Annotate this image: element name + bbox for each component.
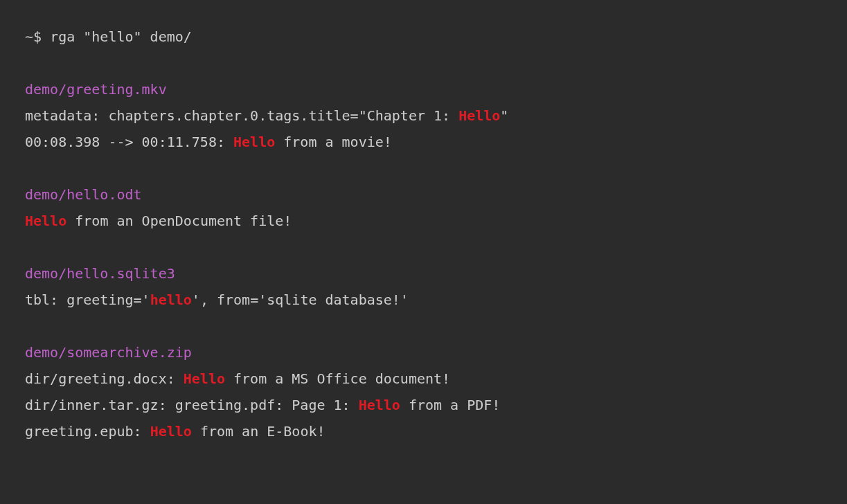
match-highlight: Hello xyxy=(150,423,192,440)
result-line: 00:08.398 --> 00:11.758: Hello from a mo… xyxy=(25,134,392,150)
line-pre: metadata: chapters.chapter.0.tags.title=… xyxy=(25,107,458,124)
result-file-2: demo/hello.sqlite3 xyxy=(25,265,175,282)
result-line: Hello from an OpenDocument file! xyxy=(25,213,292,229)
match-highlight: Hello xyxy=(25,213,66,229)
command-text: rga "hello" demo/ xyxy=(50,28,192,45)
line-post: from a movie! xyxy=(275,134,392,150)
result-line: metadata: chapters.chapter.0.tags.title=… xyxy=(25,107,508,124)
result-file-0: demo/greeting.mkv xyxy=(25,81,167,98)
line-pre: greeting.epub: xyxy=(25,423,150,440)
prompt-symbol: ~$ xyxy=(25,28,50,45)
line-pre: tbl: greeting=' xyxy=(25,291,150,308)
result-line: greeting.epub: Hello from an E-Book! xyxy=(25,423,326,440)
line-post: from a PDF! xyxy=(400,397,501,413)
shell-prompt: ~$ rga "hello" demo/ xyxy=(25,28,192,45)
terminal-output: ~$ rga "hello" demo/ demo/greeting.mkv m… xyxy=(0,0,847,504)
result-line: tbl: greeting='hello', from='sqlite data… xyxy=(25,291,409,308)
line-post: from an OpenDocument file! xyxy=(66,213,292,229)
match-highlight: Hello xyxy=(233,134,275,150)
line-pre: 00:08.398 --> 00:11.758: xyxy=(25,134,233,150)
line-post: " xyxy=(500,107,508,124)
line-pre: dir/inner.tar.gz: greeting.pdf: Page 1: xyxy=(25,397,359,413)
result-file-1: demo/hello.odt xyxy=(25,186,142,203)
match-highlight: Hello xyxy=(184,370,225,387)
line-post: ', from='sqlite database!' xyxy=(192,291,409,308)
blank-line xyxy=(25,234,822,260)
result-file-3: demo/somearchive.zip xyxy=(25,344,192,361)
result-line: dir/inner.tar.gz: greeting.pdf: Page 1: … xyxy=(25,397,500,413)
match-highlight: Hello xyxy=(458,107,500,124)
match-highlight: hello xyxy=(150,291,192,308)
blank-line xyxy=(25,50,822,76)
line-post: from a MS Office document! xyxy=(225,370,450,387)
blank-line xyxy=(25,313,822,339)
line-pre: dir/greeting.docx: xyxy=(25,370,184,387)
blank-line xyxy=(25,155,822,181)
result-line: dir/greeting.docx: Hello from a MS Offic… xyxy=(25,370,450,387)
line-post: from an E-Book! xyxy=(192,423,326,440)
match-highlight: Hello xyxy=(359,397,400,413)
